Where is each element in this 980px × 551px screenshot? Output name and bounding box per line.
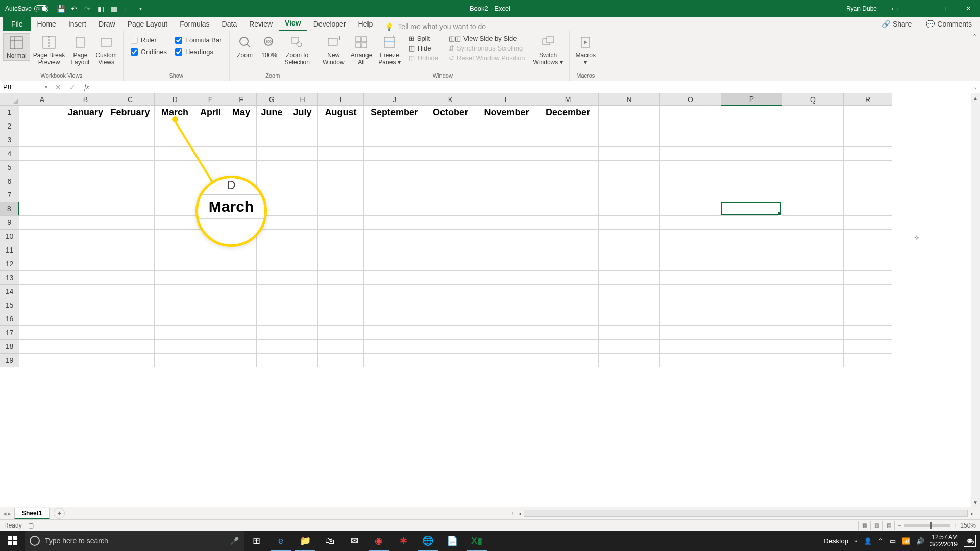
horizontal-scrollbar[interactable]: ⁞ ◂ ▸ bbox=[69, 510, 976, 517]
row-header-17[interactable]: 17 bbox=[0, 326, 19, 340]
cell-N7[interactable] bbox=[599, 188, 660, 202]
cell-L6[interactable] bbox=[476, 174, 537, 188]
tab-developer[interactable]: Developer bbox=[307, 17, 352, 31]
cell-E16[interactable] bbox=[195, 312, 226, 326]
cell-D8[interactable] bbox=[155, 202, 195, 216]
cell-H1[interactable]: July bbox=[287, 106, 318, 119]
taskbar-clock[interactable]: 12:57 AM 3/22/2019 bbox=[930, 534, 958, 548]
cell-B2[interactable] bbox=[65, 119, 106, 133]
cell-N12[interactable] bbox=[599, 257, 660, 271]
cell-K7[interactable] bbox=[425, 188, 476, 202]
cell-O6[interactable] bbox=[660, 174, 721, 188]
cell-M5[interactable] bbox=[537, 161, 599, 174]
headings-checkbox[interactable]: Headings bbox=[175, 48, 222, 56]
cell-Q13[interactable] bbox=[782, 271, 844, 285]
formula-bar-checkbox[interactable]: Formula Bar bbox=[175, 36, 222, 44]
page-break-preview-button[interactable]: Page Break Preview bbox=[30, 33, 68, 67]
cell-M15[interactable] bbox=[537, 298, 599, 312]
cell-I16[interactable] bbox=[318, 312, 364, 326]
cell-L1[interactable]: November bbox=[476, 106, 537, 119]
cell-L4[interactable] bbox=[476, 147, 537, 161]
mail-icon[interactable]: ✉ bbox=[342, 531, 366, 551]
row-header-9[interactable]: 9 bbox=[0, 216, 19, 230]
cell-P16[interactable] bbox=[721, 312, 782, 326]
cell-H16[interactable] bbox=[287, 312, 318, 326]
cell-E18[interactable] bbox=[195, 340, 226, 354]
row-header-11[interactable]: 11 bbox=[0, 243, 19, 257]
cell-L19[interactable] bbox=[476, 354, 537, 367]
zoom-100-button[interactable]: 100 100% bbox=[257, 33, 282, 60]
cell-I5[interactable] bbox=[318, 161, 364, 174]
close-icon[interactable]: ✕ bbox=[957, 0, 980, 17]
page-layout-switch[interactable]: ▥ bbox=[870, 521, 883, 530]
fx-icon[interactable]: fx bbox=[80, 83, 94, 91]
cell-Q17[interactable] bbox=[782, 326, 844, 340]
cell-A18[interactable] bbox=[19, 340, 65, 354]
cell-D15[interactable] bbox=[155, 298, 195, 312]
cell-K8[interactable] bbox=[425, 202, 476, 216]
minimize-icon[interactable]: — bbox=[908, 0, 931, 17]
freeze-panes-button[interactable]: * Freeze Panes ▾ bbox=[375, 33, 403, 67]
cell-N14[interactable] bbox=[599, 285, 660, 298]
ribbon-display-icon[interactable]: ▭ bbox=[883, 0, 906, 17]
cell-Q3[interactable] bbox=[782, 133, 844, 147]
column-header-P[interactable]: P bbox=[721, 93, 782, 106]
cell-P10[interactable] bbox=[721, 230, 782, 243]
cell-K12[interactable] bbox=[425, 257, 476, 271]
cell-I7[interactable] bbox=[318, 188, 364, 202]
tray-overflow-icon[interactable]: » bbox=[854, 538, 857, 544]
cell-A2[interactable] bbox=[19, 119, 65, 133]
cell-O19[interactable] bbox=[660, 354, 721, 367]
cell-E13[interactable] bbox=[195, 271, 226, 285]
cell-C2[interactable] bbox=[106, 119, 155, 133]
cell-D12[interactable] bbox=[155, 257, 195, 271]
cell-R8[interactable] bbox=[844, 202, 892, 216]
maximize-icon[interactable]: ◻ bbox=[932, 0, 955, 17]
cell-H13[interactable] bbox=[287, 271, 318, 285]
autosave-toggle[interactable]: AutoSave Off bbox=[5, 5, 48, 12]
cell-N10[interactable] bbox=[599, 230, 660, 243]
cell-P6[interactable] bbox=[721, 174, 782, 188]
cell-F2[interactable] bbox=[226, 119, 257, 133]
cell-H17[interactable] bbox=[287, 326, 318, 340]
cell-M7[interactable] bbox=[537, 188, 599, 202]
cell-B18[interactable] bbox=[65, 340, 106, 354]
qat-icon-1[interactable]: ◧ bbox=[96, 5, 105, 13]
cell-G11[interactable] bbox=[257, 243, 287, 257]
cell-K6[interactable] bbox=[425, 174, 476, 188]
cell-K17[interactable] bbox=[425, 326, 476, 340]
cell-O5[interactable] bbox=[660, 161, 721, 174]
cell-J19[interactable] bbox=[364, 354, 425, 367]
cell-L16[interactable] bbox=[476, 312, 537, 326]
cell-K16[interactable] bbox=[425, 312, 476, 326]
cell-D5[interactable] bbox=[155, 161, 195, 174]
enter-formula-icon[interactable]: ✓ bbox=[65, 83, 80, 91]
page-layout-button[interactable]: Page Layout bbox=[68, 33, 92, 67]
cell-P1[interactable] bbox=[721, 106, 782, 119]
cell-D16[interactable] bbox=[155, 312, 195, 326]
cell-Q10[interactable] bbox=[782, 230, 844, 243]
cell-M10[interactable] bbox=[537, 230, 599, 243]
cell-J17[interactable] bbox=[364, 326, 425, 340]
cell-A12[interactable] bbox=[19, 257, 65, 271]
cell-N16[interactable] bbox=[599, 312, 660, 326]
cell-H2[interactable] bbox=[287, 119, 318, 133]
cell-K11[interactable] bbox=[425, 243, 476, 257]
column-header-E[interactable]: E bbox=[195, 93, 226, 106]
zoom-slider[interactable] bbox=[904, 524, 950, 527]
cell-L9[interactable] bbox=[476, 216, 537, 230]
cell-R14[interactable] bbox=[844, 285, 892, 298]
row-header-4[interactable]: 4 bbox=[0, 147, 19, 161]
column-header-C[interactable]: C bbox=[106, 93, 155, 106]
cell-B11[interactable] bbox=[65, 243, 106, 257]
comments-button[interactable]: 💬 Comments bbox=[922, 18, 976, 30]
cell-D19[interactable] bbox=[155, 354, 195, 367]
cell-I14[interactable] bbox=[318, 285, 364, 298]
cell-M12[interactable] bbox=[537, 257, 599, 271]
cell-H4[interactable] bbox=[287, 147, 318, 161]
cell-B9[interactable] bbox=[65, 216, 106, 230]
cell-I2[interactable] bbox=[318, 119, 364, 133]
cell-H19[interactable] bbox=[287, 354, 318, 367]
cell-A8[interactable] bbox=[19, 202, 65, 216]
volume-icon[interactable]: 🔊 bbox=[916, 537, 924, 545]
